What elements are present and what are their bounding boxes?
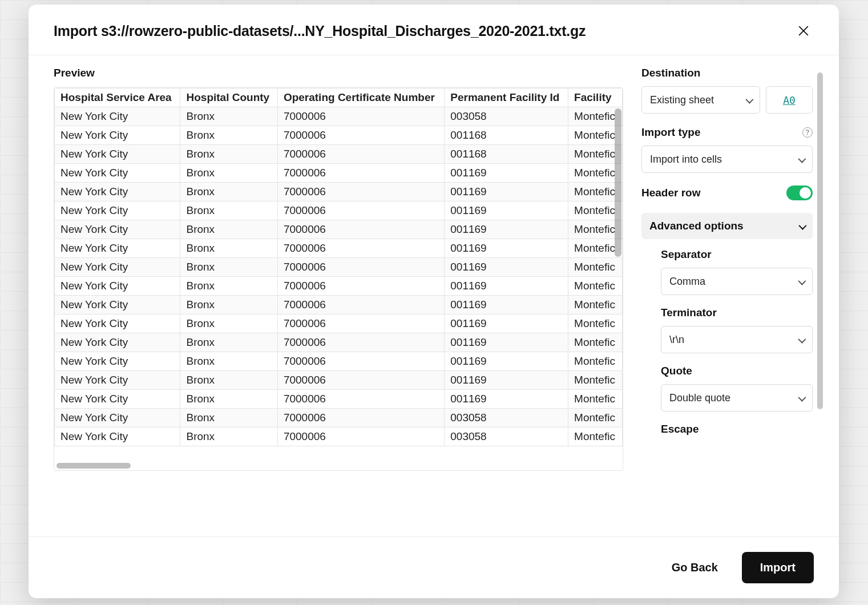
table-cell: New York City — [55, 277, 180, 296]
quote-select[interactable]: Double quote — [661, 384, 813, 412]
close-button[interactable] — [793, 21, 814, 41]
table-cell: 001169 — [445, 352, 568, 371]
table-cell: Bronx — [180, 371, 277, 390]
table-row: New York CityBronx7000006001168Montefic — [55, 126, 623, 145]
destination-select-value: Existing sheet — [650, 94, 714, 106]
preview-horizontal-scrollbar[interactable] — [56, 463, 613, 469]
table-row: New York CityBronx7000006001169Montefic — [55, 164, 623, 183]
toggle-knob — [800, 187, 811, 199]
import-type-field: Import type ? Import into cells — [641, 126, 813, 173]
terminator-select[interactable]: \r\n — [661, 326, 813, 353]
table-row: New York CityBronx7000006001169Montefic — [55, 220, 623, 239]
chevron-down-icon — [798, 334, 804, 346]
chevron-down-icon — [798, 154, 804, 166]
separator-field: Separator Comma — [661, 248, 813, 295]
table-cell: Bronx — [180, 201, 277, 220]
terminator-label: Terminator — [661, 306, 813, 319]
table-cell: 7000006 — [277, 409, 444, 427]
table-cell: 001169 — [445, 201, 568, 220]
table-cell: 003058 — [445, 107, 568, 126]
table-cell: Bronx — [180, 390, 277, 409]
help-icon[interactable]: ? — [802, 127, 813, 138]
table-cell: New York City — [55, 409, 180, 427]
quote-field: Quote Double quote — [661, 365, 813, 412]
table-cell: Bronx — [180, 427, 277, 446]
advanced-options-label: Advanced options — [649, 220, 744, 232]
table-cell: 001169 — [445, 371, 568, 390]
table-row: New York CityBronx7000006003058Montefic — [55, 107, 623, 126]
preview-table-scroll[interactable]: Hospital Service AreaHospital CountyOper… — [54, 88, 623, 470]
table-cell: New York City — [55, 126, 180, 145]
chevron-down-icon — [799, 220, 805, 232]
table-cell: 001169 — [445, 164, 568, 183]
table-cell: Bronx — [180, 277, 277, 296]
table-row: New York CityBronx7000006001169Montefic — [55, 314, 623, 333]
table-cell: 001169 — [445, 239, 568, 258]
table-cell: New York City — [55, 333, 180, 352]
import-type-label-text: Import type — [641, 126, 700, 139]
dialog-footer: Go Back Import — [29, 537, 839, 598]
close-icon — [797, 25, 810, 37]
options-vertical-scrollbar-thumb[interactable] — [817, 72, 823, 409]
table-cell: 001168 — [445, 126, 568, 145]
go-back-button[interactable]: Go Back — [661, 553, 728, 582]
preview-column-header: Hospital County — [180, 88, 277, 107]
table-cell: 7000006 — [277, 183, 444, 201]
table-cell: Bronx — [180, 333, 277, 352]
terminator-field: Terminator \r\n — [661, 306, 813, 353]
preview-vertical-scrollbar-thumb[interactable] — [615, 108, 621, 257]
table-cell: 003058 — [445, 409, 568, 427]
import-button[interactable]: Import — [742, 552, 814, 583]
table-row: New York CityBronx7000006001169Montefic — [55, 352, 623, 371]
table-cell: 7000006 — [277, 126, 444, 145]
import-type-select-value: Import into cells — [650, 154, 722, 166]
table-cell: New York City — [55, 371, 180, 390]
table-cell: Bronx — [180, 239, 277, 258]
destination-select[interactable]: Existing sheet — [641, 86, 760, 114]
separator-select[interactable]: Comma — [661, 268, 813, 295]
destination-cell-input[interactable]: A0 — [766, 86, 813, 114]
preview-horizontal-scrollbar-thumb[interactable] — [56, 463, 131, 469]
preview-vertical-scrollbar[interactable] — [615, 108, 621, 459]
preview-panel: Preview Hospital Service AreaHospital Co… — [54, 67, 623, 530]
dialog-body: Preview Hospital Service AreaHospital Co… — [29, 55, 839, 537]
import-type-select[interactable]: Import into cells — [641, 146, 813, 173]
chevron-down-icon — [746, 94, 752, 106]
preview-table-container: Hospital Service AreaHospital CountyOper… — [54, 87, 623, 471]
table-cell: 7000006 — [277, 314, 444, 333]
table-cell: Bronx — [180, 258, 277, 277]
table-cell: 001169 — [445, 296, 568, 314]
separator-label: Separator — [661, 248, 813, 261]
separator-select-value: Comma — [669, 276, 705, 288]
table-row: New York CityBronx7000006003058Montefic — [55, 427, 623, 446]
table-cell: 7000006 — [277, 107, 444, 126]
advanced-options-toggle[interactable]: Advanced options — [641, 213, 813, 239]
table-cell: 7000006 — [277, 164, 444, 183]
table-cell: 001169 — [445, 333, 568, 352]
header-row-toggle[interactable] — [786, 185, 813, 200]
destination-field: Destination Existing sheet A0 — [641, 67, 813, 114]
table-cell: 7000006 — [277, 201, 444, 220]
table-cell: New York City — [55, 427, 180, 446]
table-cell: Bronx — [180, 296, 277, 314]
header-row-label: Header row — [641, 187, 700, 199]
quote-select-value: Double quote — [669, 392, 730, 404]
table-cell: 7000006 — [277, 277, 444, 296]
table-cell: 7000006 — [277, 220, 444, 239]
dialog-title: Import s3://rowzero-public-datasets/...N… — [54, 23, 586, 39]
table-cell: Bronx — [180, 314, 277, 333]
terminator-select-value: \r\n — [669, 334, 684, 346]
table-cell: Bronx — [180, 107, 277, 126]
table-cell: 001169 — [445, 390, 568, 409]
table-cell: New York City — [55, 107, 180, 126]
table-cell: New York City — [55, 239, 180, 258]
table-cell: New York City — [55, 352, 180, 371]
options-vertical-scrollbar[interactable] — [817, 72, 823, 420]
table-cell: 7000006 — [277, 296, 444, 314]
table-row: New York CityBronx7000006001169Montefic — [55, 333, 623, 352]
preview-column-header: Hospital Service Area — [55, 88, 180, 107]
table-row: New York CityBronx7000006001169Montefic — [55, 371, 623, 390]
import-type-label: Import type ? — [641, 126, 813, 139]
table-cell: 7000006 — [277, 390, 444, 409]
table-cell: 001169 — [445, 183, 568, 201]
